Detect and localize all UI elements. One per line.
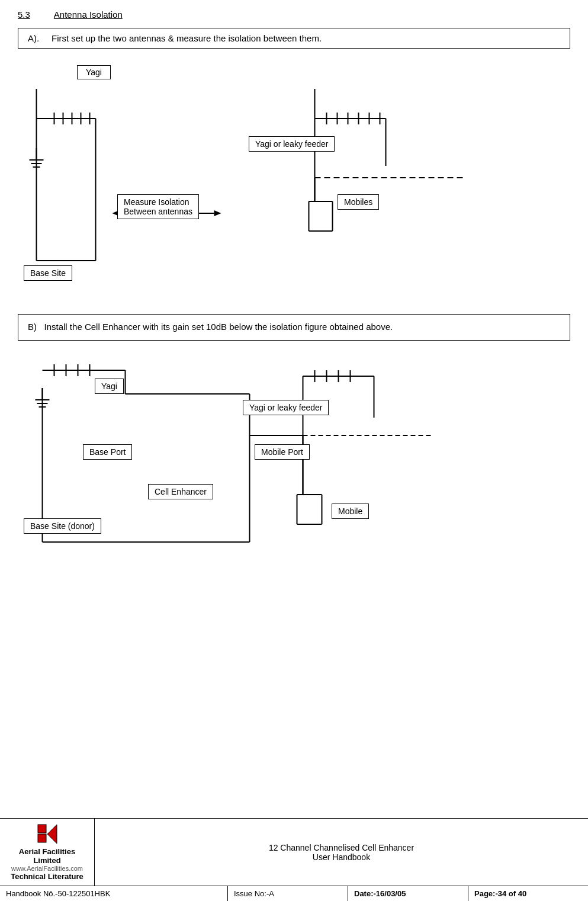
svg-rect-63 — [38, 834, 46, 842]
svg-marker-64 — [47, 825, 57, 844]
mobiles-label: Mobiles — [338, 194, 379, 210]
footer-product-line2: User Handbook — [313, 852, 370, 862]
footer: Aerial Facilities Limited www.AerialFaci… — [0, 818, 588, 901]
svg-rect-62 — [38, 825, 46, 833]
base-site-label-1: Base Site — [24, 265, 72, 281]
mobile-port-label: Mobile Port — [255, 444, 310, 460]
footer-website: www.AerialFacilities.com — [11, 865, 83, 872]
svg-marker-33 — [214, 210, 221, 216]
footer-issue: Issue No:-A — [228, 886, 348, 901]
cell-enhancer-label: Cell Enhancer — [148, 484, 213, 499]
yagi-label-2: Yagi — [95, 379, 124, 394]
part-a-box: A). First set up the two antennas & meas… — [18, 28, 570, 49]
base-site-donor-label: Base Site (donor) — [24, 518, 101, 534]
diagram-2: Yagi Yagi or leaky feeder Base Port Mobi… — [18, 352, 570, 578]
footer-handbook: Handbook Nō.-50-122501HBK — [0, 886, 228, 901]
part-a-label: A). — [28, 33, 39, 43]
diagram-1: Yagi Yagi or leaky feeder Measure Isolat… — [18, 59, 570, 308]
base-port-label: Base Port — [83, 444, 132, 460]
yagi-leaky-label-1: Yagi or leaky feeder — [249, 136, 335, 152]
footer-logo: Aerial Facilities Limited www.AerialFaci… — [0, 819, 95, 886]
part-b-text: Install the Cell Enhancer with its gain … — [44, 322, 393, 332]
section-number: 5.3 — [18, 9, 30, 20]
part-a-text: First set up the two antennas & measure … — [52, 33, 322, 43]
yagi-leaky-label-2: Yagi or leaky feeder — [243, 400, 329, 415]
measure-isolation-label: Measure Isolation Between antennas — [117, 194, 199, 219]
footer-product-line1: 12 Channel Channelised Cell Enhancer — [269, 843, 414, 852]
footer-tech-lit: Technical Literature — [11, 872, 83, 881]
mobile-label: Mobile — [332, 504, 369, 519]
footer-company: Aerial Facilities Limited — [6, 847, 88, 865]
footer-date: Date:-16/03/05 — [348, 886, 468, 901]
footer-product-info: 12 Channel Channelised Cell Enhancer Use… — [95, 819, 588, 886]
part-b-label: B) — [28, 322, 37, 332]
part-b-box: B) Install the Cell Enhancer with its ga… — [18, 314, 570, 341]
yagi-label-1: Yagi — [77, 65, 111, 79]
footer-page: Page:-34 of 40 — [468, 886, 588, 901]
section-title: Antenna Isolation — [54, 9, 123, 20]
